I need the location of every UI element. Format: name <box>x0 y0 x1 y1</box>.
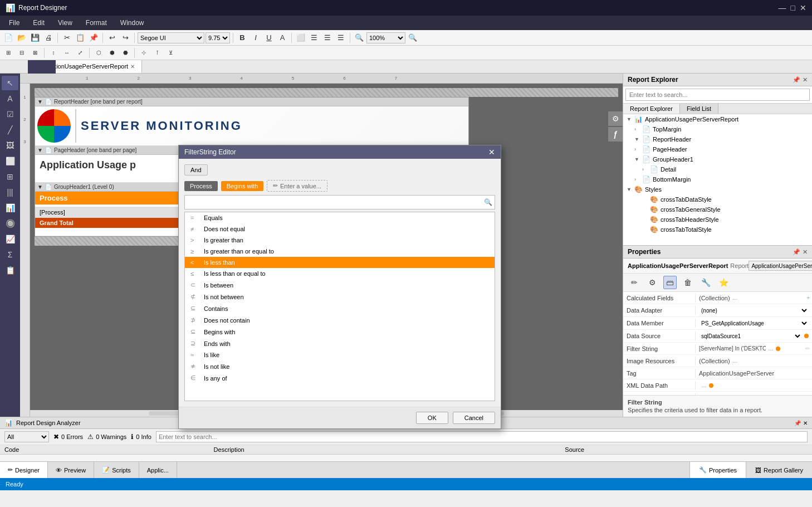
filter-op-less-than[interactable]: < Is less than <box>185 257 495 268</box>
filter-op-greater-equal[interactable]: ≥ Is greater than or equal to <box>185 246 495 257</box>
tab-properties[interactable]: 🔧 Properties <box>689 462 746 478</box>
prop-value-data-adapter[interactable]: (none) <box>696 304 812 316</box>
tab-scripts[interactable]: 📝 Scripts <box>94 462 139 478</box>
tree-item-bottommargin[interactable]: › 📄 BottomMargin <box>623 174 812 184</box>
chart-tool[interactable]: 📊 <box>2 201 18 215</box>
filter-cancel-button[interactable]: Cancel <box>453 412 495 424</box>
tab-field-list[interactable]: Field List <box>680 104 718 114</box>
props-star-button[interactable]: ⭐ <box>717 276 730 289</box>
paste-button[interactable]: 📌 <box>87 32 100 44</box>
explorer-tree[interactable]: ▼ 📊 ApplicationUsagePerServerReport › 📄 … <box>623 114 812 245</box>
font-size-select[interactable]: 9.75 <box>206 32 230 43</box>
tab-designer[interactable]: ✏ Designer <box>0 462 48 478</box>
analyzer-filter-select[interactable]: All <box>4 431 49 442</box>
explorer-close-button[interactable]: ✕ <box>803 76 808 84</box>
toolbar2-btn5[interactable]: ↔ <box>61 47 73 59</box>
filter-op-begins-with[interactable]: ⊆ Begins with <box>185 326 495 338</box>
bold-button[interactable]: B <box>236 32 248 44</box>
props-database-button[interactable]: 🗃 <box>663 276 677 289</box>
menu-file[interactable]: File <box>3 18 25 28</box>
prop-pen-filter-string[interactable]: ✏ <box>803 345 812 352</box>
open-button[interactable]: 📂 <box>16 32 28 44</box>
filter-op-equals[interactable]: = Equals <box>185 212 495 223</box>
prop-dots-xml-data-path[interactable]: … <box>701 382 707 388</box>
tree-item-groupheader[interactable]: ▼ 📄 GroupHeader1 <box>623 154 812 164</box>
prop-add-calculated-fields[interactable]: + <box>804 295 812 301</box>
tree-item-detail[interactable]: › 📄 Detail <box>623 164 812 174</box>
toolbar2-align1[interactable]: ⊹ <box>138 47 150 59</box>
toolbar2-btn9[interactable]: ⬣ <box>119 47 131 59</box>
toolbar2-btn8[interactable]: ⬢ <box>106 47 118 59</box>
tree-item-topmargin[interactable]: › 📄 TopMargin <box>623 124 812 134</box>
tree-item-pageheader[interactable]: › 📄 PageHeader <box>623 144 812 154</box>
analyzer-search-input[interactable] <box>156 431 808 442</box>
align-center-button[interactable]: ☰ <box>308 32 320 44</box>
underline-button[interactable]: U <box>263 32 275 44</box>
select-tool[interactable]: ↖ <box>2 76 18 90</box>
copy-button[interactable]: 📋 <box>74 32 86 44</box>
filter-value-button[interactable]: ✏ Enter a value... <box>267 180 327 192</box>
checkbox-tool[interactable]: ☑ <box>2 107 18 121</box>
report-tool[interactable]: 📋 <box>2 263 18 277</box>
toolbar2-align3[interactable]: ⊻ <box>164 47 177 59</box>
menu-window[interactable]: Window <box>115 18 150 28</box>
explorer-pin-button[interactable]: 📌 <box>793 76 800 84</box>
props-close-button[interactable]: ✕ <box>803 248 808 256</box>
font-color-button[interactable]: A <box>276 32 288 44</box>
toolbar2-btn3[interactable]: ⊠ <box>29 47 41 59</box>
analyzer-pin-button[interactable]: 📌 <box>794 420 801 426</box>
menu-format[interactable]: Format <box>80 18 112 28</box>
close-button[interactable]: ✕ <box>800 3 806 12</box>
prop-select-data-member[interactable]: PS_GetApplicationUsage <box>699 318 809 328</box>
filter-op-ends-with[interactable]: ⊇ Ends with <box>185 338 495 349</box>
save-button[interactable]: 💾 <box>29 32 41 44</box>
props-delete-button[interactable]: 🗑 <box>681 276 694 289</box>
toolbar2-btn6[interactable]: ⤢ <box>74 47 86 59</box>
new-button[interactable]: 📄 <box>2 32 14 44</box>
gauge-tool[interactable]: 🔘 <box>2 216 18 231</box>
tree-root[interactable]: ▼ 📊 ApplicationUsagePerServerReport <box>623 114 812 124</box>
undo-button[interactable]: ↩ <box>106 32 118 44</box>
print-button[interactable]: 🖨 <box>42 32 55 44</box>
prop-value-data-member[interactable]: PS_GetApplicationUsage <box>696 317 812 329</box>
barcode-tool[interactable]: ||| <box>2 185 18 199</box>
zoom-select[interactable]: 100% <box>366 32 405 43</box>
redo-button[interactable]: ↪ <box>119 32 131 44</box>
minimize-button[interactable]: — <box>779 3 786 12</box>
tree-item-crosstabheaderstyle[interactable]: 🎨 crossTabHeaderStyle <box>623 214 812 225</box>
zoom-out-button[interactable]: 🔍 <box>353 32 365 44</box>
filter-op-contains[interactable]: ⊆ Contains <box>185 303 495 314</box>
tree-item-styles[interactable]: ▼ 🎨 Styles <box>623 184 812 194</box>
filter-op-less-equal[interactable]: ≤ Is less than or equal to <box>185 268 495 279</box>
prop-select-data-source[interactable]: sqlDataSource1 <box>699 331 802 341</box>
canvas-gear-button[interactable]: ⚙ <box>608 111 623 126</box>
italic-button[interactable]: I <box>250 32 262 44</box>
text-tool[interactable]: A <box>2 91 18 106</box>
align-justify-button[interactable]: ☰ <box>335 32 347 44</box>
cut-button[interactable]: ✂ <box>61 32 73 44</box>
prop-select-data-adapter[interactable]: (none) <box>699 305 809 315</box>
tree-item-crosstabpotalstyle[interactable]: 🎨 crossTabTotalStyle <box>623 225 812 235</box>
toolbar2-btn2[interactable]: ⊟ <box>16 47 28 59</box>
filter-operator-list[interactable]: = Equals ≠ Does not equal > Is greater t… <box>184 212 495 401</box>
filter-search-input[interactable] <box>187 197 484 208</box>
menu-view[interactable]: View <box>52 18 78 28</box>
tree-item-crosstabdatastyle[interactable]: 🎨 crossTabDataStyle <box>623 194 812 204</box>
toolbar2-align2[interactable]: ⊺ <box>151 47 163 59</box>
prop-dots-calculated-fields[interactable]: … <box>732 295 738 301</box>
prop-dots-image-resources[interactable]: … <box>732 358 738 364</box>
tree-item-reportheader[interactable]: ▼ 📄 ReportHeader <box>623 134 812 144</box>
filter-op-not-like[interactable]: ≉ Is not like <box>185 360 495 372</box>
filter-ok-button[interactable]: OK <box>416 412 448 424</box>
table-tool[interactable]: ⊞ <box>2 169 18 184</box>
props-pin-button[interactable]: 📌 <box>793 248 800 256</box>
rect-tool[interactable]: ⬜ <box>2 154 18 168</box>
line-tool[interactable]: ╱ <box>2 123 18 137</box>
toolbar2-btn1[interactable]: ⊞ <box>2 47 14 59</box>
filter-and-button[interactable]: And <box>184 164 208 176</box>
tree-item-crosstabgeneralstyle[interactable]: 🎨 crossTabGeneralStyle <box>623 204 812 214</box>
toolbar2-btn4[interactable]: ↕ <box>47 47 60 59</box>
font-name-select[interactable]: Segoe UI <box>138 32 204 43</box>
filter-editor-dialog[interactable]: FilterString Editor ✕ And Process Begins… <box>178 145 501 429</box>
props-object-select[interactable]: ApplicationUsagePerServerReport Report <box>749 261 812 271</box>
